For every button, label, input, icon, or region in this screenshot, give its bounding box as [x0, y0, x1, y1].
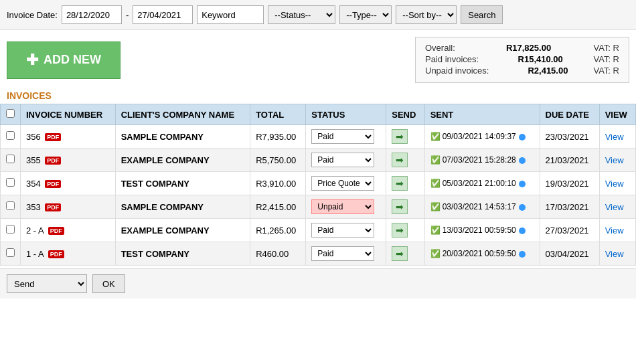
- status-cell[interactable]: PaidUnpaidPrice Quote: [306, 242, 386, 266]
- status-dropdown[interactable]: PaidUnpaidPrice Quote: [311, 199, 374, 214]
- status-dropdown[interactable]: PaidUnpaidPrice Quote: [311, 153, 374, 167]
- send-icon[interactable]: ➡: [392, 199, 408, 214]
- header-checkbox-col: [1, 104, 21, 125]
- overall-amount: R17,825.00: [497, 43, 551, 53]
- sent-dot-icon: [519, 251, 526, 258]
- paid-amount: R15,410.00: [509, 54, 563, 64]
- sent-date: 20/03/2021 00:59:50: [443, 249, 516, 258]
- due-date-cell: 03/04/2021: [540, 242, 599, 266]
- pdf-icon[interactable]: PDF: [48, 227, 64, 235]
- send-icon[interactable]: ➡: [392, 223, 408, 238]
- unpaid-row: Unpaid invoices: R2,415.00 VAT: R: [425, 66, 619, 76]
- pdf-icon[interactable]: PDF: [45, 133, 61, 141]
- sent-dot-icon: [519, 181, 526, 187]
- table-row: 356 PDFSAMPLE COMPANYR7,935.00PaidUnpaid…: [1, 125, 636, 149]
- send-cell[interactable]: ➡: [386, 219, 424, 242]
- sent-checkmark: ✅: [430, 155, 441, 165]
- status-cell[interactable]: PaidUnpaidPrice Quote: [306, 125, 386, 149]
- date-to-input[interactable]: [133, 5, 193, 24]
- search-button[interactable]: Search: [461, 5, 503, 24]
- ok-button[interactable]: OK: [92, 274, 125, 293]
- table-row: 1 - A PDFTEST COMPANYR460.00PaidUnpaidPr…: [1, 242, 636, 266]
- sent-cell: ✅20/03/2021 00:59:50: [424, 242, 540, 266]
- view-link[interactable]: View: [605, 179, 624, 189]
- company-name-cell: SAMPLE COMPANY: [115, 195, 250, 219]
- sent-checkmark: ✅: [430, 202, 441, 211]
- sent-cell: ✅03/03/2021 14:53:17: [424, 195, 540, 219]
- status-select[interactable]: --Status-- Paid Unpaid Price Quote: [268, 5, 335, 24]
- sent-cell: ✅09/03/2021 14:09:37: [424, 125, 540, 149]
- select-all-checkbox[interactable]: [6, 109, 15, 118]
- invoice-number: 353: [26, 202, 41, 212]
- status-cell[interactable]: PaidUnpaidPrice Quote: [306, 149, 386, 172]
- send-icon[interactable]: ➡: [392, 129, 408, 144]
- row-checkbox[interactable]: [6, 155, 15, 163]
- status-dropdown[interactable]: PaidUnpaidPrice Quote: [311, 246, 374, 261]
- invoice-number-cell: 356 PDF: [21, 125, 116, 149]
- sent-checkmark: ✅: [430, 179, 441, 188]
- add-new-section: ✚ ADD NEW Overall: R17,825.00 VAT: R Pai…: [0, 30, 636, 86]
- overall-row: Overall: R17,825.00 VAT: R: [425, 43, 619, 53]
- send-cell[interactable]: ➡: [386, 172, 424, 195]
- paid-vat: VAT: R: [593, 54, 619, 64]
- send-cell[interactable]: ➡: [386, 125, 424, 149]
- sort-select[interactable]: --Sort by--: [396, 5, 457, 24]
- add-new-label: ADD NEW: [44, 53, 101, 67]
- view-cell[interactable]: View: [599, 125, 635, 149]
- status-dropdown[interactable]: PaidUnpaidPrice Quote: [311, 223, 374, 238]
- send-cell[interactable]: ➡: [386, 242, 424, 266]
- status-dropdown[interactable]: PaidUnpaidPrice Quote: [311, 129, 374, 144]
- paid-row: Paid invoices: R15,410.00 VAT: R: [425, 54, 619, 64]
- pdf-icon[interactable]: PDF: [45, 180, 61, 188]
- view-cell[interactable]: View: [599, 219, 635, 242]
- add-new-button[interactable]: ✚ ADD NEW: [7, 41, 121, 79]
- status-cell[interactable]: PaidUnpaidPrice Quote: [306, 195, 386, 219]
- total-cell: R1,265.00: [250, 219, 306, 242]
- row-checkbox[interactable]: [6, 131, 15, 140]
- sent-checkmark: ✅: [430, 249, 441, 258]
- sent-cell: ✅05/03/2021 21:00:10: [424, 172, 540, 195]
- pdf-icon[interactable]: PDF: [48, 250, 64, 258]
- keyword-input[interactable]: [197, 5, 264, 24]
- pdf-icon[interactable]: PDF: [45, 203, 61, 211]
- view-cell[interactable]: View: [599, 195, 635, 219]
- view-link[interactable]: View: [605, 155, 624, 165]
- pdf-icon[interactable]: PDF: [45, 157, 61, 165]
- view-link[interactable]: View: [605, 225, 624, 236]
- send-cell[interactable]: ➡: [386, 149, 424, 172]
- send-icon[interactable]: ➡: [392, 246, 408, 261]
- type-select[interactable]: --Type--: [339, 5, 392, 24]
- view-link[interactable]: View: [605, 249, 624, 259]
- bulk-action-select[interactable]: Send Delete Mark Paid: [7, 274, 87, 293]
- status-dropdown[interactable]: PaidUnpaidPrice Quote: [311, 176, 374, 191]
- status-cell[interactable]: PaidUnpaidPrice Quote: [306, 172, 386, 195]
- status-cell[interactable]: PaidUnpaidPrice Quote: [306, 219, 386, 242]
- row-checkbox[interactable]: [6, 248, 15, 257]
- total-cell: R2,415.00: [250, 195, 306, 219]
- date-separator: -: [126, 10, 129, 20]
- view-cell[interactable]: View: [599, 149, 635, 172]
- company-name-cell: TEST COMPANY: [115, 242, 250, 266]
- header-invoice-number: INVOICE NUMBER: [21, 104, 116, 125]
- due-date-cell: 19/03/2021: [540, 172, 599, 195]
- total-cell: R460.00: [250, 242, 306, 266]
- invoices-label: INVOICES: [0, 86, 636, 104]
- header-sent: SENT: [424, 104, 540, 125]
- view-link[interactable]: View: [605, 202, 624, 212]
- send-cell[interactable]: ➡: [386, 195, 424, 219]
- row-checkbox[interactable]: [6, 201, 15, 210]
- sent-cell: ✅07/03/2021 15:28:28: [424, 149, 540, 172]
- send-icon[interactable]: ➡: [392, 176, 408, 191]
- invoice-number: 354: [26, 179, 41, 189]
- row-checkbox[interactable]: [6, 178, 15, 187]
- row-checkbox[interactable]: [6, 225, 15, 234]
- view-cell[interactable]: View: [599, 172, 635, 195]
- invoice-number: 1 - A: [26, 249, 44, 259]
- sent-dot-icon: [519, 157, 526, 164]
- send-icon[interactable]: ➡: [392, 153, 408, 167]
- company-name-cell: TEST COMPANY: [115, 172, 250, 195]
- view-link[interactable]: View: [605, 132, 624, 142]
- view-cell[interactable]: View: [599, 242, 635, 266]
- due-date-cell: 17/03/2021: [540, 195, 599, 219]
- date-from-input[interactable]: [62, 5, 122, 24]
